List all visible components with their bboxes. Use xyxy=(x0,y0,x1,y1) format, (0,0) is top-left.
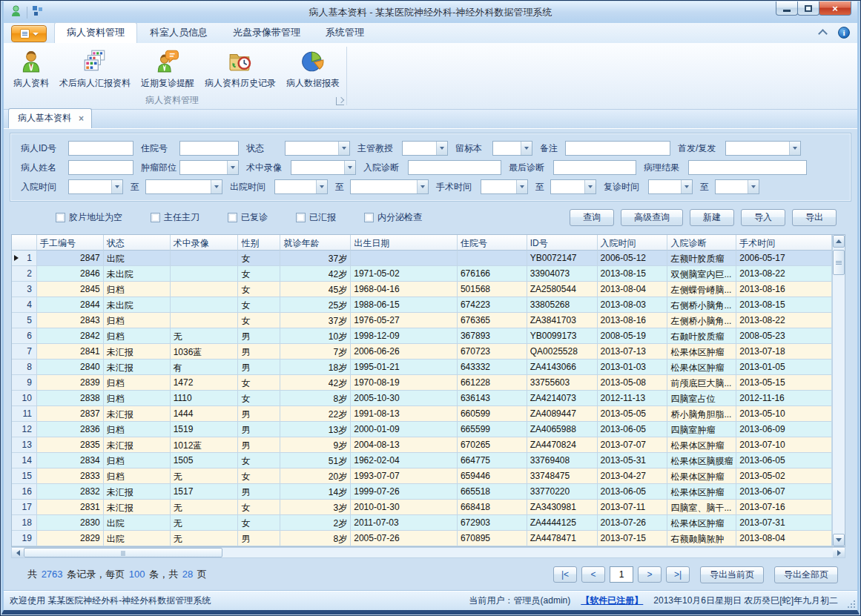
row-header[interactable]: 8 xyxy=(12,360,37,375)
column-header[interactable]: ID号 xyxy=(527,235,598,251)
attending-professor-select[interactable] xyxy=(402,141,448,156)
patient-name-field[interactable] xyxy=(68,160,133,175)
minimize-button[interactable] xyxy=(776,1,798,16)
chevron-down-icon[interactable] xyxy=(681,180,692,193)
first-page-button[interactable]: |< xyxy=(553,566,577,583)
row-header[interactable]: 13 xyxy=(12,437,37,453)
history-record-button[interactable]: 病人资料历史记录 xyxy=(199,46,281,91)
revisited-checkbox[interactable]: 已复诊 xyxy=(228,211,268,224)
chevron-down-icon[interactable] xyxy=(227,161,238,174)
chevron-down-icon[interactable] xyxy=(344,161,355,174)
intraop-video-select[interactable] xyxy=(291,160,356,175)
tab-patient-basic-info[interactable]: 病人基本资料 × xyxy=(8,108,92,128)
page-number-input[interactable] xyxy=(610,566,633,583)
endocrine-exam-checkbox[interactable]: 内分泌检查 xyxy=(364,211,422,224)
table-row[interactable]: 82840未汇报有男18岁1995-01-21643332ZA414306620… xyxy=(12,360,832,375)
column-header[interactable]: 就诊年龄 xyxy=(280,235,351,251)
chevron-down-icon[interactable] xyxy=(111,180,122,193)
scroll-left-button[interactable] xyxy=(12,548,24,557)
table-row[interactable]: 172831未汇报无女3岁2010-01-30668418ZA343098120… xyxy=(12,500,832,515)
column-header[interactable]: 入院诊断 xyxy=(667,235,736,251)
layout-grid-icon[interactable] xyxy=(32,5,43,19)
row-header[interactable]: 6 xyxy=(12,328,37,344)
chevron-down-icon[interactable] xyxy=(516,180,527,193)
admission-no-field[interactable] xyxy=(179,141,239,156)
export-current-page-button[interactable]: 导出当前页 xyxy=(700,566,764,583)
table-row[interactable]: 162832未汇报1517男14岁1999-07-266655183377022… xyxy=(12,484,832,500)
discharge-date-from-select[interactable] xyxy=(274,179,328,194)
table-row[interactable]: 22846未出院女42岁1971-05-02676166339040732013… xyxy=(12,266,832,282)
last-page-button[interactable]: >| xyxy=(666,566,690,583)
resize-grip[interactable] xyxy=(848,600,855,608)
table-row[interactable]: 122836归档1519男13岁2000-01-09665599ZA406598… xyxy=(12,422,832,437)
chevron-down-icon[interactable] xyxy=(521,142,532,155)
advanced-query-button[interactable]: 高级查询 xyxy=(621,209,683,226)
surgery-date-to-select[interactable] xyxy=(550,179,596,194)
chevron-down-icon[interactable] xyxy=(338,142,349,155)
table-row[interactable]: 112837未汇报1444男22岁1991-08-13660599ZA40894… xyxy=(12,406,832,422)
table-row[interactable]: 192829出院无男8岁2005-07-26670895ZA4478471201… xyxy=(12,531,832,546)
row-header[interactable]: 3 xyxy=(12,282,37,297)
column-header[interactable]: 住院号 xyxy=(458,235,527,251)
chevron-down-icon[interactable] xyxy=(211,180,222,193)
info-icon[interactable]: i xyxy=(838,27,850,39)
final-diagnosis-field[interactable] xyxy=(553,160,636,175)
maximize-button[interactable] xyxy=(797,1,819,16)
patient-info-button[interactable]: 病人资料 xyxy=(8,46,54,91)
revisit-reminder-button[interactable]: 近期复诊提醒 xyxy=(136,46,199,91)
chevron-down-icon[interactable] xyxy=(316,180,327,193)
postop-report-button[interactable]: 术后病人汇报资料 xyxy=(54,46,136,91)
table-row[interactable]: 142834归档1505女51岁1962-02-0466477533769408… xyxy=(12,453,832,468)
vertical-scroll-thumb[interactable] xyxy=(833,250,845,275)
table-row[interactable]: 152833归档无女20岁1993-07-0765944633748475201… xyxy=(12,468,832,484)
row-header[interactable]: 7 xyxy=(12,344,37,360)
table-row[interactable]: 42844未出院女25岁1988-06-15674223338052682013… xyxy=(12,297,832,313)
export-all-pages-button[interactable]: 导出全部页 xyxy=(774,566,838,583)
chevron-down-icon[interactable] xyxy=(584,180,596,193)
collapse-ribbon-icon[interactable] xyxy=(819,30,828,36)
remarks-field[interactable] xyxy=(565,141,670,156)
status-select[interactable] xyxy=(285,141,350,156)
chevron-down-icon[interactable] xyxy=(436,142,447,155)
tumor-site-select[interactable] xyxy=(179,160,239,175)
patient-id-field[interactable] xyxy=(68,141,133,156)
tab-system-management[interactable]: 系统管理 xyxy=(313,22,377,43)
row-header[interactable]: 9 xyxy=(12,375,37,391)
dialog-launcher-icon[interactable] xyxy=(336,97,344,105)
first-or-relapse-select[interactable] xyxy=(725,141,801,156)
discharge-date-to-select[interactable] xyxy=(350,179,429,194)
table-row[interactable]: 62842归档无男10岁1998-12-09367893YB0099173200… xyxy=(12,328,832,344)
revisit-date-to-select[interactable] xyxy=(715,179,759,194)
row-header[interactable]: 15 xyxy=(12,468,37,484)
row-header[interactable]: 18 xyxy=(12,515,37,531)
tab-department-staff[interactable]: 科室人员信息 xyxy=(137,22,220,43)
row-header[interactable]: 5 xyxy=(12,313,37,328)
admission-date-from-select[interactable] xyxy=(68,179,123,194)
row-header[interactable]: 10 xyxy=(12,391,37,406)
column-header[interactable]: 术中录像 xyxy=(171,235,239,251)
next-page-button[interactable]: > xyxy=(638,566,662,583)
row-header[interactable]: 16 xyxy=(12,484,37,500)
chief-surgeon-checkbox[interactable]: 主任主刀 xyxy=(151,211,199,224)
table-row[interactable]: 52843归档女37岁1976-05-27676365ZA38417032013… xyxy=(12,313,832,328)
close-button[interactable]: × xyxy=(819,1,851,16)
film-address-empty-checkbox[interactable]: 胶片地址为空 xyxy=(56,211,122,224)
tab-disc-tape-management[interactable]: 光盘录像带管理 xyxy=(220,22,313,43)
table-row[interactable]: 92839归档1472女42岁1970-08-19661228337556032… xyxy=(12,375,832,391)
chevron-down-icon[interactable] xyxy=(417,180,428,193)
surgery-date-from-select[interactable] xyxy=(481,179,528,194)
scroll-down-button[interactable] xyxy=(833,534,845,546)
column-header[interactable]: 性别 xyxy=(238,235,280,251)
row-header[interactable]: 11 xyxy=(12,406,37,422)
row-header[interactable]: 19 xyxy=(12,531,37,546)
table-row[interactable]: 132835未汇报1012蓝男9岁2004-08-13670265ZA44708… xyxy=(12,437,832,453)
tab-patient-management[interactable]: 病人资料管理 xyxy=(54,22,137,43)
table-row[interactable]: 102838归档1110女8岁2005-10-30636143ZA4214073… xyxy=(12,391,832,406)
registration-link[interactable]: 【软件已注册】 xyxy=(581,595,643,607)
horizontal-scrollbar[interactable] xyxy=(11,547,845,558)
column-header[interactable]: 出生日期 xyxy=(351,235,458,251)
row-header[interactable]: 17 xyxy=(12,500,37,515)
pathology-result-field[interactable] xyxy=(688,160,807,175)
scroll-up-button[interactable] xyxy=(833,235,845,248)
row-header[interactable]: 1 xyxy=(12,251,37,266)
